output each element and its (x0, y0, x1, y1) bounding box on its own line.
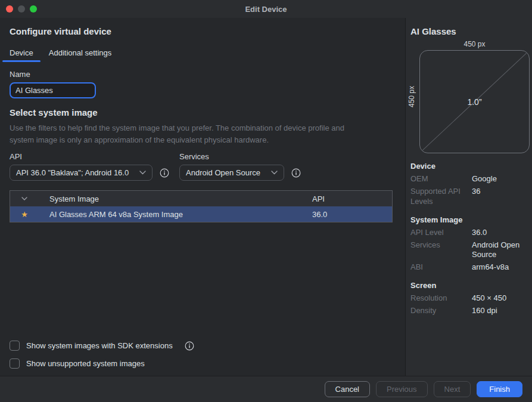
section-device: Device (410, 162, 532, 171)
spec-value: 36.0 (472, 228, 532, 238)
unsupported-images-label: Show unsupported system images (26, 359, 145, 368)
spec-list: Device OEMGoogle Supported API Levels36 … (410, 162, 532, 316)
name-input[interactable] (10, 82, 96, 98)
api-label: API (10, 152, 169, 161)
tab-bar: Device Additional settings (10, 47, 396, 62)
previous-button: Previous (376, 381, 428, 397)
close-button[interactable] (6, 5, 13, 13)
unsupported-images-row: Show unsupported system images (10, 358, 194, 369)
tab-device[interactable]: Device (10, 47, 33, 62)
section-system-image: System Image (410, 215, 532, 224)
name-label: Name (10, 70, 396, 79)
device-name-title: AI Glasses (410, 26, 532, 36)
spec-label: API Level (410, 228, 469, 238)
services-dropdown[interactable]: Android Open Source (179, 165, 284, 181)
tab-additional-settings[interactable]: Additional settings (49, 47, 112, 62)
star-icon[interactable]: ★ (21, 211, 28, 218)
screen-width-label: 450 px (419, 40, 530, 48)
unsupported-images-checkbox[interactable] (10, 358, 20, 369)
select-system-image-title: Select system image (10, 107, 396, 117)
sdk-extensions-checkbox[interactable] (10, 341, 20, 351)
titlebar: Edit Device (0, 0, 532, 18)
api-info-icon[interactable] (160, 168, 169, 178)
spec-label: OEM (410, 174, 469, 184)
api-dropdown[interactable]: API 36.0 "Baklava"; Android 16.0 (10, 165, 153, 181)
spec-label: Supported API Levels (410, 187, 469, 207)
spec-value: 450 × 450 (472, 293, 532, 304)
spec-value: Google (472, 174, 532, 184)
chevron-down-icon (139, 171, 146, 175)
spec-value: 160 dpi (472, 306, 532, 316)
sdk-extensions-label: Show system images with SDK extensions (26, 341, 173, 350)
spec-value: arm64-v8a (472, 262, 532, 273)
sdk-extensions-row: Show system images with SDK extensions (10, 341, 194, 351)
spec-value: 36 (472, 187, 532, 207)
services-label: Services (179, 152, 301, 161)
configure-pane: Configure virtual device Device Addition… (0, 18, 405, 376)
services-info-icon[interactable] (291, 168, 301, 178)
api-dropdown-value: API 36.0 "Baklava"; Android 16.0 (16, 168, 129, 177)
system-image-api: 36.0 (312, 210, 392, 219)
system-image-name: AI Glasses ARM 64 v8a System Image (39, 210, 312, 219)
services-dropdown-value: Android Open Source (186, 168, 260, 177)
screen-height-label: 450 px (407, 79, 416, 115)
checkbox-group: Show system images with SDK extensions S… (10, 341, 194, 369)
section-screen: Screen (410, 281, 532, 290)
zoom-button[interactable] (30, 5, 37, 13)
page-title: Configure virtual device (10, 26, 396, 36)
column-header-api[interactable]: API (312, 194, 392, 203)
sdk-extensions-info-icon[interactable] (185, 341, 194, 351)
spec-label: ABI (410, 262, 469, 273)
system-image-table: System Image API ★ AI Glasses ARM 64 v8a… (10, 190, 393, 222)
next-button: Next (434, 381, 471, 397)
sort-chevron-icon[interactable] (10, 197, 39, 200)
chevron-down-icon (271, 171, 278, 175)
dialog-footer: Cancel Previous Next Finish (0, 376, 532, 402)
finish-button[interactable]: Finish (477, 381, 522, 397)
spec-value: Android Open Source (472, 240, 532, 261)
screen-preview: 450 px 1.0” 450 px (410, 40, 532, 153)
screen-outline: 1.0” (419, 50, 530, 153)
minimize-button (18, 5, 25, 13)
edit-device-dialog: Edit Device Configure virtual device Dev… (0, 0, 532, 402)
table-row[interactable]: ★ AI Glasses ARM 64 v8a System Image 36.… (10, 206, 392, 222)
spec-label: Services (410, 240, 469, 261)
window-title: Edit Device (0, 5, 532, 14)
spec-label: Resolution (410, 293, 469, 304)
summary-pane: AI Glasses 450 px 1.0” 450 px Device OEM… (406, 18, 532, 376)
screen-diagonal-size: 1.0” (420, 51, 529, 153)
table-header-row: System Image API (10, 191, 392, 206)
spec-label: Density (410, 306, 469, 316)
cancel-button[interactable]: Cancel (325, 381, 370, 397)
filters: API API 36.0 "Baklava"; Android 16.0 (10, 152, 396, 181)
column-header-system-image[interactable]: System Image (39, 194, 312, 203)
traffic-lights (6, 5, 37, 13)
system-image-description: Use the filters to help find the system … (10, 122, 396, 146)
